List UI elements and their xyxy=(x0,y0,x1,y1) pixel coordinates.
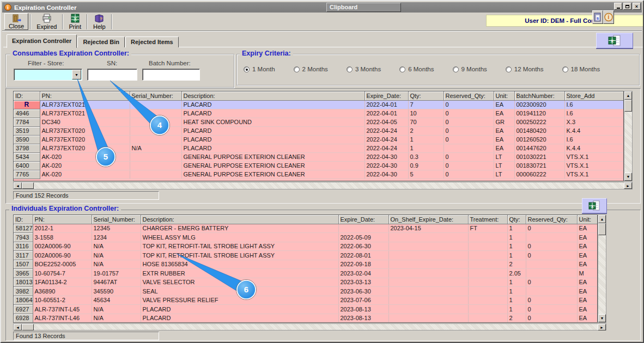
close-window-button[interactable]: × xyxy=(633,3,641,10)
scroll-right-icon[interactable]: ► xyxy=(598,324,606,330)
chevron-down-icon[interactable]: ▼ xyxy=(72,70,81,79)
table-row[interactable]: 4946 ALR737EXT021 PLACARD 2022-04-01 10 … xyxy=(14,109,623,118)
table-row[interactable]: 7784 DC340 HEAT SINK COMPOUND 2022-04-05… xyxy=(14,118,623,126)
table-row[interactable]: 6400 AK-020 GENERAL PURPOSE EXTERION CLE… xyxy=(14,161,623,170)
scroll-thumb[interactable] xyxy=(22,182,34,189)
scroll-left-icon[interactable]: ◄ xyxy=(14,324,22,330)
individuals-vertical-scrollbar[interactable]: ▲ ▼ xyxy=(598,215,606,323)
table-row[interactable]: 3982 A36890 345590 SEAL 2023-06-30 1 EA xyxy=(14,287,597,296)
scroll-thumb[interactable] xyxy=(598,223,606,235)
row-header-cell[interactable]: 5434 xyxy=(14,152,40,161)
clipboard-tool-button[interactable]: s xyxy=(592,10,603,24)
table-row[interactable]: 3965 10-60754-7 19-01757 EXTR RUBBER 202… xyxy=(14,269,597,278)
column-header[interactable]: ID: xyxy=(14,91,40,100)
table-row[interactable]: 58127 2012-1 12345 CHARGER - EMERG BATTE… xyxy=(14,224,597,233)
expiry-radio-option[interactable]: 6 Months xyxy=(399,66,434,72)
tab[interactable]: Expiration Controller xyxy=(7,34,77,48)
close-button[interactable]: Close xyxy=(4,13,28,30)
info-tool-button[interactable]: i xyxy=(603,10,614,24)
individuals-horizontal-scrollbar[interactable]: ◄ ► xyxy=(13,323,606,330)
row-header-cell[interactable]: 3965 xyxy=(14,269,33,278)
consumables-vertical-scrollbar[interactable]: ▲ ▼ xyxy=(624,91,633,181)
scroll-up-icon[interactable]: ▲ xyxy=(598,215,606,223)
column-header[interactable]: Expire_Date: xyxy=(338,215,388,224)
table-row[interactable]: 3590 ALR737EXT020 PLACARD 2022-04-24 1 0… xyxy=(14,135,623,144)
column-header[interactable]: Unit: xyxy=(494,91,514,100)
column-header[interactable]: Serial_Number: xyxy=(130,91,181,100)
column-header[interactable]: PN: xyxy=(33,215,92,224)
batch-number-input[interactable] xyxy=(142,69,200,81)
table-row[interactable]: 18013 1FA01134-2 94467AT VALVE SELECTOR … xyxy=(14,278,597,287)
row-header-cell[interactable]: 4946 xyxy=(14,109,40,118)
column-header[interactable]: Store_Add xyxy=(564,91,623,100)
column-header[interactable]: ID: xyxy=(14,215,33,224)
scroll-left-icon[interactable]: ◄ xyxy=(14,182,22,189)
expiry-radio-option[interactable]: 1 Month xyxy=(244,66,275,72)
clipboard-window-title[interactable]: Clipboard xyxy=(326,3,401,12)
table-row[interactable]: 7765 AK-020 GENERAL PURPOSE EXTERION CLE… xyxy=(14,170,623,179)
row-header-cell[interactable]: R xyxy=(14,100,40,109)
row-header-cell[interactable]: 7784 xyxy=(14,118,40,126)
row-header-cell[interactable]: 6927 xyxy=(14,305,33,314)
scroll-thumb[interactable] xyxy=(22,324,34,330)
row-header-cell[interactable]: 7765 xyxy=(14,170,40,179)
column-header[interactable]: Reserved_Qty: xyxy=(443,91,494,100)
minimize-button[interactable] xyxy=(614,3,622,10)
row-header-cell[interactable]: 3519 xyxy=(14,126,40,135)
column-header[interactable]: Description: xyxy=(141,215,338,224)
column-header[interactable]: Treatment: xyxy=(468,215,507,224)
scroll-right-icon[interactable]: ► xyxy=(624,182,632,189)
table-row[interactable]: 3519 ALR737EXT020 PLACARD 2022-04-24 2 0… xyxy=(14,126,623,135)
sn-input[interactable] xyxy=(87,69,137,81)
scroll-thumb[interactable] xyxy=(624,100,632,112)
column-header[interactable]: BatchNumber: xyxy=(514,91,564,100)
expired-button[interactable]: Expired xyxy=(33,13,60,30)
row-header-cell[interactable]: 6400 xyxy=(14,161,40,170)
row-header-cell[interactable]: 3590 xyxy=(14,135,40,144)
column-header[interactable]: Reserved_Qty: xyxy=(526,215,577,224)
column-header[interactable]: Serial_Number: xyxy=(92,215,141,224)
column-header[interactable]: Qty: xyxy=(408,91,443,100)
row-header-cell[interactable]: 18064 xyxy=(14,296,33,305)
consumables-horizontal-scrollbar[interactable]: ◄ ► xyxy=(13,182,633,189)
expiry-radio-option[interactable]: 2 Months xyxy=(294,66,328,72)
filter-store-combobox[interactable]: ▼ xyxy=(14,69,82,81)
expiry-radio-option[interactable]: 3 Months xyxy=(347,66,381,72)
column-header[interactable]: PN: xyxy=(40,91,130,100)
expiry-radio-option[interactable]: 9 Months xyxy=(453,66,487,72)
column-header[interactable]: Expire_Date: xyxy=(364,91,408,100)
tab[interactable]: Rejected Bin xyxy=(77,36,125,47)
row-header-cell[interactable]: 3117 xyxy=(14,251,33,260)
row-header-cell[interactable]: 3798 xyxy=(14,144,40,152)
table-row[interactable]: 5434 AK-020 GENERAL PURPOSE EXTERION CLE… xyxy=(14,152,623,161)
tab[interactable]: Rejected Items xyxy=(125,36,179,47)
table-row[interactable]: 3798 ALR737EXT020 N/A PLACARD 2022-04-24… xyxy=(14,144,623,152)
table-row[interactable]: 1507 BOE2252-0005 N/A HOSE 81365834 2022… xyxy=(14,260,597,269)
print-button[interactable]: X Print xyxy=(65,13,85,30)
table-row[interactable]: 6927 ALR-737INT-L45 N/A PLACARD 2023-08-… xyxy=(14,305,597,314)
row-header-cell[interactable]: 7943 xyxy=(14,233,33,242)
table-row[interactable]: 3117 002A0006-90 N/A TOP KIT, RETROFIT-T… xyxy=(14,251,597,260)
table-row[interactable]: 18064 10-60551-2 45634 VALVE PRESSURE RE… xyxy=(14,296,597,305)
table-row[interactable]: 3116 002A0006-90 N/A TOP KIT, RETROFIT-T… xyxy=(14,242,597,251)
row-header-cell[interactable]: 3116 xyxy=(14,242,33,251)
expiry-radio-option[interactable]: 18 Months xyxy=(562,66,600,72)
export-excel-button-consumables[interactable]: X xyxy=(596,33,633,48)
export-excel-button-individuals[interactable]: X xyxy=(582,198,607,213)
column-header[interactable]: Unit: xyxy=(577,215,597,224)
table-row[interactable]: R ALR737EXT021 PLACARD 2022-04-01 7 0 EA… xyxy=(14,100,623,109)
table-row[interactable]: 6928 ALR-737INT-L46 N/A PLACARD 2023-08-… xyxy=(14,314,597,323)
row-header-cell[interactable]: 1507 xyxy=(14,260,33,269)
scroll-down-icon[interactable]: ▼ xyxy=(598,314,606,322)
restore-button[interactable] xyxy=(623,3,631,10)
row-header-cell[interactable]: 58127 xyxy=(14,224,33,233)
table-row[interactable]: 7943 3-1558 1234 WHEEL ASSY MLG 2022-05-… xyxy=(14,233,597,242)
column-header[interactable]: Description: xyxy=(181,91,364,100)
column-header[interactable]: Qty: xyxy=(507,215,526,224)
row-header-cell[interactable]: 3982 xyxy=(14,287,33,296)
help-button[interactable]: ? Help xyxy=(89,13,110,30)
scroll-down-icon[interactable]: ▼ xyxy=(624,173,632,181)
scroll-up-icon[interactable]: ▲ xyxy=(624,91,632,100)
expiry-radio-option[interactable]: 12 Months xyxy=(506,66,544,72)
row-header-cell[interactable]: 6928 xyxy=(14,314,33,323)
